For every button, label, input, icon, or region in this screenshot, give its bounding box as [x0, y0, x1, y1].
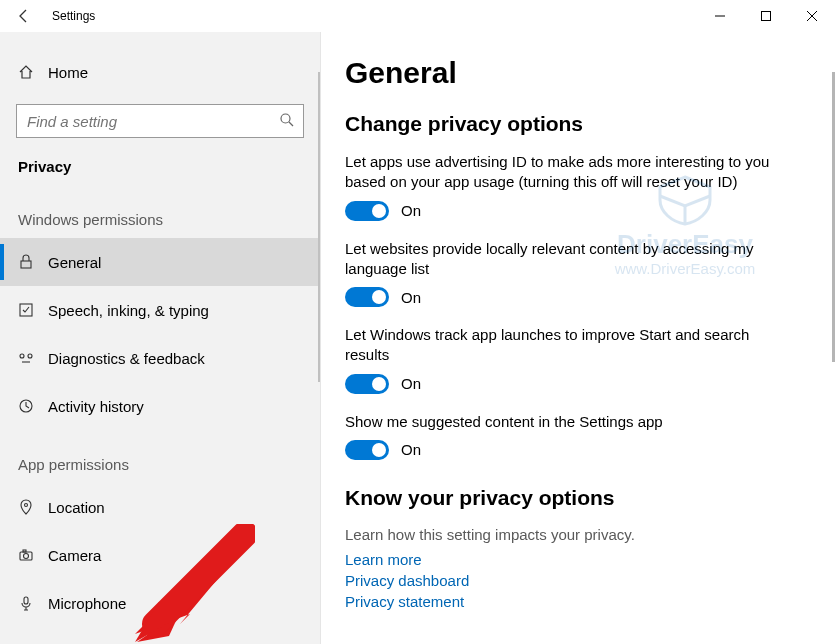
option-advertising-id: Let apps use advertising ID to make ads …	[345, 152, 805, 221]
microphone-icon	[18, 595, 48, 611]
minimize-button[interactable]	[697, 0, 743, 32]
svg-point-11	[24, 554, 29, 559]
home-nav[interactable]: Home	[0, 52, 320, 92]
home-icon	[18, 64, 48, 80]
nav-label: Location	[48, 499, 105, 516]
toggle-suggested-content[interactable]	[345, 440, 389, 460]
svg-line-3	[289, 122, 293, 126]
section-desc: Learn how this setting impacts your priv…	[345, 526, 805, 543]
group-app-permissions: App permissions	[0, 430, 320, 483]
svg-rect-13	[24, 597, 28, 604]
nav-microphone[interactable]: Microphone	[0, 579, 320, 627]
toggle-language-list[interactable]	[345, 287, 389, 307]
option-desc: Let websites provide locally relevant co…	[345, 239, 775, 280]
nav-label: Diagnostics & feedback	[48, 350, 205, 367]
svg-point-7	[28, 354, 32, 358]
arrow-left-icon	[16, 8, 32, 24]
nav-activity-history[interactable]: Activity history	[0, 382, 320, 430]
search-box[interactable]	[16, 104, 304, 138]
home-label: Home	[48, 64, 88, 81]
window-controls	[697, 0, 835, 32]
maximize-icon	[761, 11, 771, 21]
link-privacy-statement[interactable]: Privacy statement	[345, 591, 805, 612]
pen-icon	[18, 302, 48, 318]
maximize-button[interactable]	[743, 0, 789, 32]
window-title: Settings	[52, 9, 95, 23]
option-desc: Show me suggested content in the Setting…	[345, 412, 775, 432]
titlebar: Settings	[0, 0, 835, 32]
search-input[interactable]	[17, 105, 303, 137]
toggle-track-launches[interactable]	[345, 374, 389, 394]
nav-camera[interactable]: Camera	[0, 531, 320, 579]
svg-rect-1	[762, 12, 771, 21]
svg-rect-4	[21, 261, 31, 268]
back-button[interactable]	[0, 0, 48, 32]
nav-label: Speech, inking, & typing	[48, 302, 209, 319]
svg-point-2	[281, 114, 290, 123]
nav-label: Activity history	[48, 398, 144, 415]
option-desc: Let apps use advertising ID to make ads …	[345, 152, 775, 193]
nav-general[interactable]: General	[0, 238, 320, 286]
group-windows-permissions: Windows permissions	[0, 185, 320, 238]
section-title: Change privacy options	[345, 112, 805, 136]
link-privacy-dashboard[interactable]: Privacy dashboard	[345, 570, 805, 591]
location-icon	[18, 499, 48, 515]
toggle-advertising-id[interactable]	[345, 201, 389, 221]
section-title: Know your privacy options	[345, 486, 805, 510]
toggle-state: On	[401, 202, 421, 219]
sidebar: Home Privacy Windows permissions General…	[0, 32, 320, 644]
nav-speech-inking-typing[interactable]: Speech, inking, & typing	[0, 286, 320, 334]
page-title: General	[345, 56, 805, 90]
search-icon	[279, 112, 295, 131]
toggle-state: On	[401, 441, 421, 458]
option-language-list: Let websites provide locally relevant co…	[345, 239, 805, 308]
feedback-icon	[18, 350, 48, 366]
link-learn-more[interactable]: Learn more	[345, 549, 805, 570]
camera-icon	[18, 547, 48, 563]
close-button[interactable]	[789, 0, 835, 32]
nav-label: Microphone	[48, 595, 126, 612]
svg-point-9	[25, 504, 28, 507]
toggle-state: On	[401, 289, 421, 306]
svg-rect-12	[23, 550, 26, 552]
history-icon	[18, 398, 48, 414]
option-suggested-content: Show me suggested content in the Setting…	[345, 412, 805, 460]
toggle-state: On	[401, 375, 421, 392]
minimize-icon	[715, 11, 725, 21]
option-track-launches: Let Windows track app launches to improv…	[345, 325, 805, 394]
nav-label: General	[48, 254, 101, 271]
lock-icon	[18, 254, 48, 270]
nav-label: Camera	[48, 547, 101, 564]
option-desc: Let Windows track app launches to improv…	[345, 325, 775, 366]
nav-location[interactable]: Location	[0, 483, 320, 531]
nav-diagnostics-feedback[interactable]: Diagnostics & feedback	[0, 334, 320, 382]
close-icon	[807, 11, 817, 21]
content-pane: General Change privacy options Let apps …	[320, 32, 835, 644]
current-section-label: Privacy	[0, 138, 320, 185]
svg-point-6	[20, 354, 24, 358]
